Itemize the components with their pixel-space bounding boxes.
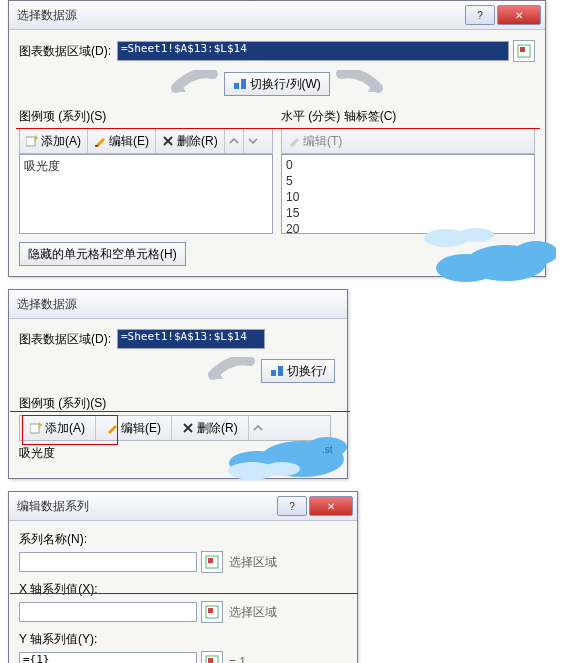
edit-series-dialog: 编辑数据系列 ? ✕ 系列名称(N): 选择区域 X 轴系列值(X): 选择区域… <box>8 491 358 663</box>
svg-rect-1 <box>520 47 525 52</box>
name-hint: 选择区域 <box>229 554 277 571</box>
move-down-button[interactable] <box>244 129 262 153</box>
edit-icon <box>106 422 118 434</box>
series-name-label: 系列名称(N): <box>19 531 347 548</box>
add-series-button[interactable]: 添加(A) <box>20 129 88 153</box>
range-icon <box>205 555 219 569</box>
list-item[interactable]: 吸光度 <box>24 157 268 176</box>
y-values-label: Y 轴系列值(Y): <box>19 631 347 648</box>
edit-series-button[interactable]: 编辑(E) <box>88 129 156 153</box>
axis-toolbar: 编辑(T) <box>281 128 535 154</box>
dialog-title: 选择数据源 <box>17 7 463 24</box>
delete-series-button[interactable]: 删除(R) <box>156 129 225 153</box>
chart-range-label: 图表数据区域(D): <box>19 331 111 348</box>
svg-rect-23 <box>208 608 213 613</box>
list-item[interactable]: 15 <box>286 205 530 221</box>
legend-toolbar: 添加(A) 编辑(E) 删除(R) <box>19 415 331 441</box>
delete-icon <box>182 422 194 434</box>
edit-icon <box>94 135 106 147</box>
range-picker-button[interactable] <box>201 551 223 573</box>
chart-range-label: 图表数据区域(D): <box>19 43 111 60</box>
series-name-input[interactable] <box>19 552 197 572</box>
legend-toolbar: 添加(A) 编辑(E) 删除(R) <box>19 128 273 154</box>
add-series-button[interactable]: 添加(A) <box>20 416 96 440</box>
edit-series-button[interactable]: 编辑(E) <box>96 416 172 440</box>
svg-rect-2 <box>234 83 239 89</box>
list-item[interactable]: 20 <box>286 221 530 234</box>
arrow-left-icon <box>168 70 218 98</box>
select-data-source-dialog-2: 选择数据源 图表数据区域(D): =Sheet1!$A$13:$L$14 切换行… <box>8 289 348 479</box>
svg-rect-11 <box>271 370 276 376</box>
switch-row-col-button[interactable]: 切换行/列(W) <box>224 72 330 96</box>
close-button[interactable]: ✕ <box>497 5 541 25</box>
delete-icon <box>162 135 174 147</box>
close-button[interactable]: ✕ <box>309 496 353 516</box>
switch-icon <box>233 77 247 91</box>
range-icon <box>517 44 531 58</box>
add-icon <box>30 422 42 434</box>
legend-label: 图例项 (系列)(S) <box>19 108 273 125</box>
arrow-right-icon <box>336 70 386 98</box>
range-icon <box>205 655 219 663</box>
edit-axis-button[interactable]: 编辑(T) <box>282 129 348 153</box>
arrow-left-icon <box>205 357 255 385</box>
hidden-cells-button[interactable]: 隐藏的单元格和空单元格(H) <box>19 242 186 266</box>
series-item: 吸光度 <box>19 441 337 462</box>
move-up-button[interactable] <box>225 129 244 153</box>
axis-listbox[interactable]: 0 5 10 15 20 <box>281 154 535 234</box>
dialog-title: 选择数据源 <box>17 296 343 313</box>
switch-icon <box>270 364 284 378</box>
x-hint: 选择区域 <box>229 604 277 621</box>
list-item[interactable]: 5 <box>286 173 530 189</box>
chart-range-input[interactable]: =Sheet1!$A$13:$L$14 <box>117 41 509 61</box>
chevron-up-icon <box>229 136 239 146</box>
svg-rect-5 <box>95 145 98 147</box>
titlebar: 选择数据源 <box>9 290 347 319</box>
titlebar: 编辑数据系列 ? ✕ <box>9 492 357 521</box>
help-button[interactable]: ? <box>277 496 307 516</box>
titlebar: 选择数据源 ? ✕ <box>9 1 545 30</box>
range-picker-button[interactable] <box>513 40 535 62</box>
help-button[interactable]: ? <box>465 5 495 25</box>
list-item[interactable]: 0 <box>286 157 530 173</box>
svg-rect-3 <box>241 79 246 89</box>
svg-rect-12 <box>278 366 283 376</box>
svg-rect-21 <box>208 558 213 563</box>
svg-rect-4 <box>26 137 35 146</box>
delete-series-button[interactable]: 删除(R) <box>172 416 249 440</box>
range-picker-button[interactable] <box>201 601 223 623</box>
chevron-up-icon <box>253 423 263 433</box>
svg-rect-25 <box>208 658 213 663</box>
chevron-down-icon <box>248 136 258 146</box>
select-data-source-dialog-1: 选择数据源 ? ✕ 图表数据区域(D): =Sheet1!$A$13:$L$14… <box>8 0 546 277</box>
y-values-input[interactable]: ={1} <box>19 652 197 663</box>
series-listbox[interactable]: 吸光度 <box>19 154 273 234</box>
move-up-button[interactable] <box>249 416 267 440</box>
dialog-title: 编辑数据系列 <box>17 498 275 515</box>
list-item[interactable]: 10 <box>286 189 530 205</box>
x-values-input[interactable] <box>19 602 197 622</box>
x-values-label: X 轴系列值(X): <box>19 581 347 598</box>
switch-row-col-button[interactable]: 切换行/ <box>261 359 335 383</box>
range-picker-button[interactable] <box>201 651 223 663</box>
axis-label: 水平 (分类) 轴标签(C) <box>281 108 535 125</box>
edit-icon <box>288 135 300 147</box>
chart-range-input[interactable]: =Sheet1!$A$13:$L$14 <box>117 329 265 349</box>
add-icon <box>26 135 38 147</box>
legend-label: 图例项 (系列)(S) <box>19 395 337 412</box>
y-hint: = 1 <box>229 655 246 663</box>
svg-rect-13 <box>30 424 39 433</box>
range-icon <box>205 605 219 619</box>
